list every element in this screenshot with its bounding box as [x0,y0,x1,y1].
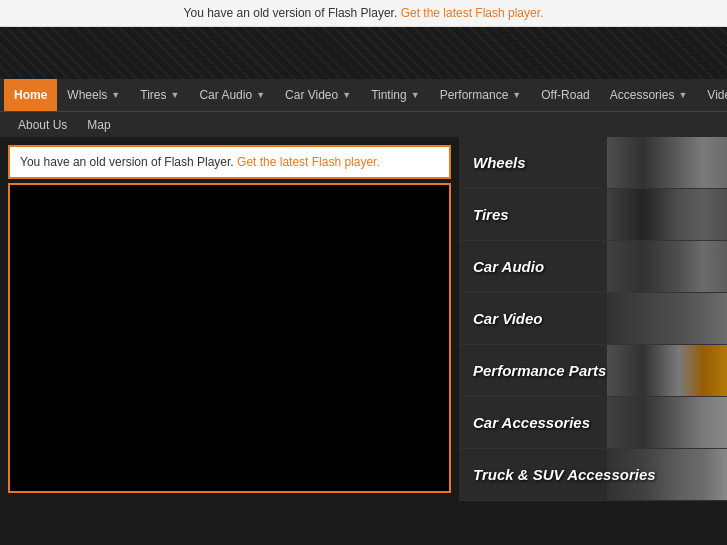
sidebar-item-caraudio[interactable]: Car Audio [459,241,727,293]
nav-offroad[interactable]: Off-Road [531,79,599,111]
sidebar-caraudio-label: Car Audio [459,258,727,275]
sidebar-item-performance[interactable]: Performance Parts [459,345,727,397]
logo-area [0,27,727,79]
sidebar-item-tires[interactable]: Tires [459,189,727,241]
sidebar-item-wheels[interactable]: Wheels [459,137,727,189]
flash-player-area [8,183,451,493]
sidebar-performance-label: Performance Parts [459,362,727,379]
chevron-down-icon: ▼ [512,90,521,100]
nav-carvideo[interactable]: Car Video ▼ [275,79,361,111]
content-area: You have an old version of Flash Player.… [0,137,727,545]
sidebar-accessories-label: Car Accessories [459,414,727,431]
nav-accessories[interactable]: Accessories ▼ [600,79,698,111]
sidebar-item-carvideo[interactable]: Car Video [459,293,727,345]
flash-notice: You have an old version of Flash Player.… [8,145,451,179]
chevron-down-icon: ▼ [342,90,351,100]
flash-notice-text: You have an old version of Flash Player. [20,155,234,169]
main-nav: Home Wheels ▼ Tires ▼ Car Audio ▼ Car Vi… [0,79,727,111]
nav-tinting[interactable]: Tinting ▼ [361,79,430,111]
chevron-down-icon: ▼ [411,90,420,100]
sub-nav: About Us Map [0,111,727,137]
main-content: You have an old version of Flash Player.… [0,137,459,545]
nav-home[interactable]: Home [4,79,57,111]
flash-bar-text: You have an old version of Flash Player. [184,6,398,20]
flash-notice-link[interactable]: Get the latest Flash player. [237,155,380,169]
chevron-down-icon: ▼ [256,90,265,100]
nav-videos[interactable]: Videos [697,79,727,111]
nav-caraudio[interactable]: Car Audio ▼ [189,79,275,111]
nav-wheels[interactable]: Wheels ▼ [57,79,130,111]
sidebar-item-accessories[interactable]: Car Accessories [459,397,727,449]
flash-bar-link[interactable]: Get the latest Flash player. [401,6,544,20]
chevron-down-icon: ▼ [111,90,120,100]
nav-performance[interactable]: Performance ▼ [430,79,532,111]
flash-bar: You have an old version of Flash Player.… [0,0,727,27]
subnav-map[interactable]: Map [77,112,120,138]
chevron-down-icon: ▼ [171,90,180,100]
chevron-down-icon: ▼ [678,90,687,100]
sidebar-wheels-label: Wheels [459,154,727,171]
subnav-about[interactable]: About Us [8,112,77,138]
sidebar-tires-label: Tires [459,206,727,223]
sidebar-carvideo-label: Car Video [459,310,727,327]
sidebar: Wheels Tires Car Audio Car Video Perform… [459,137,727,545]
nav-tires[interactable]: Tires ▼ [130,79,189,111]
sidebar-suv-label: Truck & SUV Accessories [459,466,727,483]
sidebar-item-suv[interactable]: Truck & SUV Accessories [459,449,727,501]
